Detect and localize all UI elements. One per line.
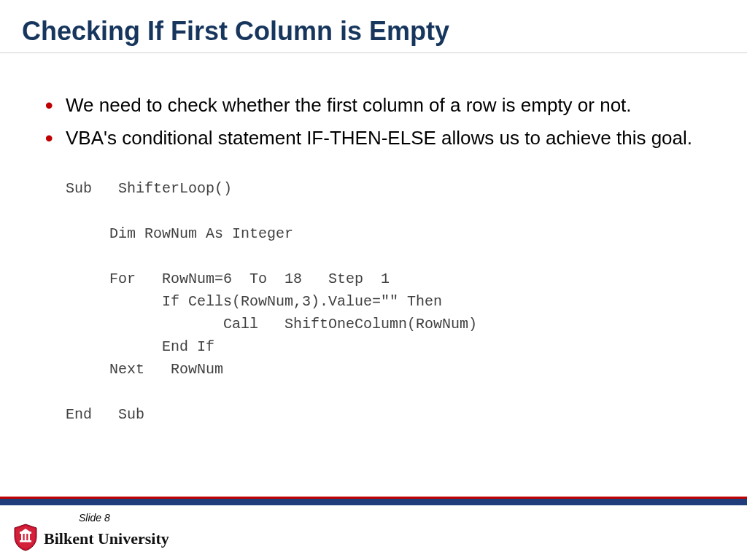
brand-footer: Bilkent University (13, 524, 169, 554)
svg-rect-2 (25, 534, 27, 540)
svg-rect-4 (20, 540, 31, 542)
svg-rect-3 (28, 534, 31, 540)
slide-title: Checking If First Column is Empty (0, 0, 747, 53)
svg-rect-1 (21, 534, 23, 540)
code-block: Sub ShifterLoop() Dim RowNum As Integer … (66, 177, 711, 426)
brand-name: Bilkent University (44, 529, 169, 548)
svg-rect-0 (20, 532, 31, 534)
bullet-item: VBA's conditional statement IF-THEN-ELSE… (44, 126, 711, 150)
footer-divider (0, 497, 747, 505)
university-logo-icon (13, 524, 38, 554)
bullet-list: We need to check whether the first colum… (44, 93, 711, 151)
bullet-item: We need to check whether the first colum… (44, 93, 711, 117)
slide-number: Slide 8 (79, 512, 110, 524)
slide-content: We need to check whether the first colum… (0, 53, 747, 426)
slide: Checking If First Column is Empty We nee… (0, 0, 747, 560)
